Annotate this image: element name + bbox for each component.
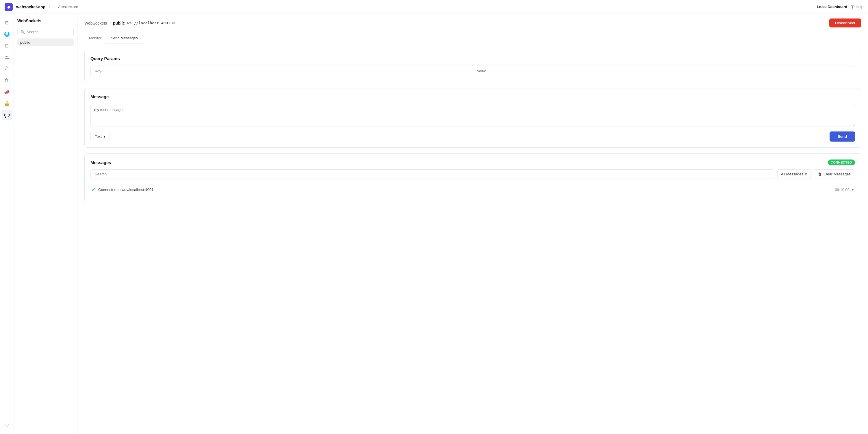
help-button[interactable]: ⓘ Help [851,4,863,9]
tab-monitor[interactable]: Monitor [84,32,106,44]
messages-section: Messages CONNECTED All Messages ▾ 🗑 Clea… [84,153,861,202]
messages-filter-select[interactable]: All Messages ▾ [777,169,811,179]
websocket-url: ws://localhost:4001 ⧉ [127,21,175,25]
nav-clock[interactable]: ⏱ [2,64,12,74]
messages-header: Messages CONNECTED [90,159,855,165]
topbar-separator: / [49,5,50,9]
send-button[interactable]: Send [830,131,855,142]
messages-title: Messages [90,160,111,165]
tabs: Monitor Send Messages [78,32,868,44]
sidebar: WebSockets 🔍 public [14,14,78,434]
topbar: ◆ websocket-app / ⊞ Architecture Local D… [0,0,868,14]
sections: Query Params Message my test message Tex… [78,44,868,208]
message-textarea[interactable]: my test message [90,104,855,127]
architecture-label: Architecture [58,5,78,9]
query-params-row [90,66,855,76]
tab-send-messages[interactable]: Send Messages [106,32,142,44]
nav-announce[interactable]: 📣 [2,87,12,97]
message-timestamp: 09:10:08 [835,188,849,192]
architecture-icon: ⊞ [54,5,56,9]
messages-search-input[interactable] [90,169,774,179]
query-params-title: Query Params [90,56,855,61]
query-value-input[interactable] [473,66,855,76]
nav-lock[interactable]: 🔒 [2,98,12,108]
disconnect-button[interactable]: Disconnect [829,19,861,27]
help-icon: ⓘ [851,4,855,9]
local-dashboard-link[interactable]: Local Dashboard [817,5,847,9]
breadcrumb-public: public [113,21,125,25]
query-params-section: Query Params [84,50,861,82]
message-type-label: Text [95,134,102,139]
nav-heart[interactable]: ♡ [2,420,12,431]
breadcrumb-websockets: WebSockets [84,21,107,25]
breadcrumb: WebSockets › public ws://localhost:4001 … [84,21,175,25]
content-area: WebSockets › public ws://localhost:4001 … [78,14,868,434]
message-type-select[interactable]: Text ▾ [90,132,110,141]
breadcrumb-separator: › [109,21,111,25]
content-header: WebSockets › public ws://localhost:4001 … [78,14,868,32]
message-text: Connected to ws://localhost:4001 [98,188,154,192]
sidebar-search-container: 🔍 [17,28,74,36]
message-section: Message my test message Text ▾ Send [84,88,861,148]
message-row-left: ✔ Connected to ws://localhost:4001 [92,187,154,192]
query-key-input[interactable] [91,66,473,76]
message-row: ✔ Connected to ws://localhost:4001 09:10… [90,184,855,196]
topbar-right: Local Dashboard ⓘ Help [817,4,863,9]
nav-database[interactable]: 🗃 [2,52,12,62]
message-footer: Text ▾ Send [90,131,855,142]
trash-icon: 🗑 [818,172,822,176]
message-expand-icon[interactable]: ▾ [852,188,854,192]
main-layout: ⊞ 🌐 ⊡ 🗃 ⏱ 🗑 📣 🔒 💬 ♡ WebSockets 🔍 public … [0,14,868,434]
message-type-chevron: ▾ [103,134,105,139]
filter-chevron: ▾ [805,172,807,176]
app-name: websocket-app [16,5,45,9]
message-title: Message [90,94,855,99]
nav-globe[interactable]: 🌐 [2,29,12,39]
search-icon: 🔍 [21,30,25,34]
nav-table[interactable]: ⊡ [2,40,12,51]
architecture-breadcrumb[interactable]: ⊞ Architecture [54,5,78,9]
clear-messages-button[interactable]: 🗑 Clear Messages [814,169,855,179]
app-logo: ◆ [5,3,13,11]
copy-url-icon[interactable]: ⧉ [172,21,175,25]
connected-badge: CONNECTED [828,159,855,165]
nav-archive[interactable]: 🗑 [2,75,12,86]
search-input[interactable] [27,30,70,34]
message-connected-icon: ✔ [92,187,95,192]
icon-nav: ⊞ 🌐 ⊡ 🗃 ⏱ 🗑 📣 🔒 💬 ♡ [0,14,14,434]
message-row-right: 09:10:08 ▾ [835,188,854,192]
nav-chat[interactable]: 💬 [2,110,12,120]
nav-grid[interactable]: ⊞ [2,17,12,28]
sidebar-item-public[interactable]: public [17,38,74,46]
sidebar-title: WebSockets [17,17,74,25]
messages-toolbar: All Messages ▾ 🗑 Clear Messages [90,169,855,179]
